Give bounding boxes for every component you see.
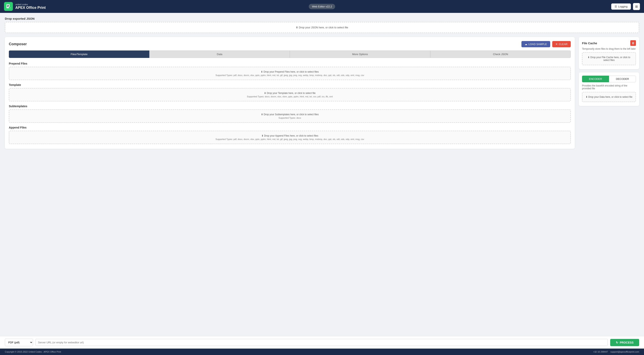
- product-name: APEX Office Print: [15, 6, 46, 10]
- encoder-label: ENCODER: [589, 77, 602, 80]
- file-cache-delete-button[interactable]: 🗑: [630, 40, 636, 46]
- logging-label: Logging: [618, 5, 628, 8]
- load-sample-label: LOAD SAMPLE: [528, 43, 547, 46]
- logging-button[interactable]: ☰ Logging: [611, 3, 631, 10]
- company-name: united codes: [15, 3, 46, 6]
- footer-phone: +32 16 298447: [593, 351, 608, 353]
- encoder-drop-text: ⬇ Drop your Data here, or click to selec…: [586, 95, 632, 98]
- append-files-label: Append Files: [9, 126, 571, 129]
- tab-check-json[interactable]: Check JSON: [430, 50, 571, 58]
- load-sample-button[interactable]: ☁ LOAD SAMPLE: [522, 41, 550, 47]
- composer-title: Composer: [9, 42, 27, 46]
- svg-rect-1: [7, 5, 9, 5]
- subtemplates-drop-text: ⬇ Drop your Subtemplates here, or click …: [12, 113, 568, 116]
- tab-files-template[interactable]: Files/Template: [9, 50, 149, 58]
- template-label: Template: [9, 83, 571, 86]
- subtemplates-supported: Supported Types: docx: [12, 117, 568, 119]
- server-url-input[interactable]: [36, 339, 608, 346]
- footer-email: support@apexofficeprint.com: [610, 351, 639, 353]
- encoder-desc: Provides the base64 encoded string of th…: [582, 84, 636, 90]
- file-cache-drop-text: ⬇ Drop your File Cache here, or click to…: [588, 56, 630, 61]
- composer-main: Composer ☁ LOAD SAMPLE ✕ CLEAR Files/Tem…: [5, 37, 575, 149]
- template-drop-text: ⬇ Drop your Template here, or click to s…: [12, 92, 568, 94]
- encoder-decoder-tabs: ENCODER DECODER: [582, 76, 636, 82]
- header-controls: ☰ Logging ⊞: [611, 3, 640, 10]
- tab-files-template-label: Files/Template: [71, 53, 88, 56]
- logo-icon: ✓: [4, 2, 13, 11]
- svg-text:✓: ✓: [10, 7, 11, 9]
- encoder-card: ENCODER DECODER Provides the base64 enco…: [579, 72, 639, 106]
- tab-more-options[interactable]: More Options: [290, 50, 430, 58]
- decoder-label: DECODER: [616, 77, 629, 80]
- drop-json-title: Drop exported JSON: [5, 17, 639, 20]
- version-badge: Web Editor v22.2: [309, 4, 335, 9]
- drop-json-zone[interactable]: ⬇ Drop your JSON here, or click to selec…: [5, 22, 639, 33]
- refresh-icon: ↻: [616, 341, 618, 344]
- composer-actions: ☁ LOAD SAMPLE ✕ CLEAR: [522, 41, 571, 47]
- svg-rect-2: [7, 6, 9, 6]
- tab-more-options-label: More Options: [352, 53, 368, 56]
- app-footer: Copyright © 2015-2022 United Codes - APE…: [0, 349, 644, 355]
- cloud-icon: ☁: [525, 43, 527, 46]
- append-files-drop-text: ⬇ Drop your Append Files here, or click …: [12, 134, 568, 137]
- prepend-files-dropzone[interactable]: ⬇ Drop your Prepend Files here, or click…: [9, 67, 571, 80]
- append-files-dropzone[interactable]: ⬇ Drop your Append Files here, or click …: [9, 131, 571, 144]
- template-dropzone[interactable]: ⬇ Drop your Template here, or click to s…: [9, 88, 571, 101]
- composer-wrapper: Composer ☁ LOAD SAMPLE ✕ CLEAR Files/Tem…: [5, 37, 639, 149]
- grid-button[interactable]: ⊞: [633, 3, 640, 10]
- subtemplates-dropzone[interactable]: ⬇ Drop your Subtemplates here, or click …: [9, 109, 571, 123]
- tab-data[interactable]: Data: [149, 50, 290, 58]
- prepend-files-drop-text: ⬇ Drop your Prepend Files here, or click…: [12, 70, 568, 73]
- tab-data-label: Data: [217, 53, 222, 56]
- logo-area: ✓ united codes APEX Office Print: [4, 2, 46, 11]
- template-supported: Supported Types: docx, docm, xlsx, xlsm,…: [12, 95, 568, 98]
- file-cache-desc: Temporarily store files to drag them to …: [582, 47, 636, 50]
- file-cache-card: File Cache 🗑 Temporarily store files to …: [579, 37, 639, 69]
- trash-icon: 🗑: [632, 41, 634, 45]
- app-header: ✓ united codes APEX Office Print Web Edi…: [0, 0, 644, 13]
- subtemplates-label: Subtemplates: [9, 105, 571, 108]
- tab-check-json-label: Check JSON: [493, 53, 508, 56]
- append-files-supported: Supported Types: pdf, docx, docm, xlsx, …: [12, 138, 568, 140]
- footer-copyright: Copyright © 2015-2022 United Codes - APE…: [5, 351, 61, 353]
- file-cache-header: File Cache 🗑: [582, 40, 636, 46]
- composer-tabs: Files/Template Data More Options Check J…: [9, 50, 571, 58]
- composer-sidebar: File Cache 🗑 Temporarily store files to …: [579, 37, 639, 149]
- file-cache-dropzone[interactable]: ⬇ Drop your File Cache here, or click to…: [582, 52, 636, 65]
- main-content: Drop exported JSON ⬇ Drop your JSON here…: [0, 13, 644, 336]
- encoder-dropzone[interactable]: ⬇ Drop your Data here, or click to selec…: [582, 92, 636, 102]
- grid-icon: ⊞: [635, 5, 638, 8]
- process-button[interactable]: ↻ PROCESS: [610, 339, 639, 346]
- composer-header: Composer ☁ LOAD SAMPLE ✕ CLEAR: [9, 41, 571, 47]
- drop-json-section: Drop exported JSON ⬇ Drop your JSON here…: [5, 17, 639, 33]
- prepend-files-label: Prepend Files: [9, 62, 571, 65]
- footer-contact: +32 16 298447 support@apexofficeprint.co…: [593, 351, 639, 353]
- hamburger-icon: ☰: [614, 5, 617, 8]
- output-format-select[interactable]: PDF (pdf) DOCX (docx) XLSX (xlsx) PPTX (…: [5, 339, 33, 346]
- encoder-tab[interactable]: ENCODER: [582, 76, 609, 82]
- clear-label: CLEAR: [559, 43, 568, 46]
- clear-icon: ✕: [556, 43, 558, 46]
- bottom-bar: PDF (pdf) DOCX (docx) XLSX (xlsx) PPTX (…: [0, 336, 644, 349]
- logo-text: united codes APEX Office Print: [15, 3, 46, 10]
- svg-rect-3: [7, 7, 8, 7]
- process-label: PROCESS: [620, 341, 634, 344]
- decoder-tab[interactable]: DECODER: [609, 76, 636, 82]
- drop-json-placeholder: ⬇ Drop your JSON here, or click to selec…: [296, 26, 348, 29]
- version-area: Web Editor v22.2: [309, 5, 335, 8]
- file-cache-title: File Cache: [582, 41, 597, 45]
- clear-button[interactable]: ✕ CLEAR: [552, 41, 571, 47]
- prepend-files-supported: Supported Types: pdf, docx, docm, xlsx, …: [12, 74, 568, 76]
